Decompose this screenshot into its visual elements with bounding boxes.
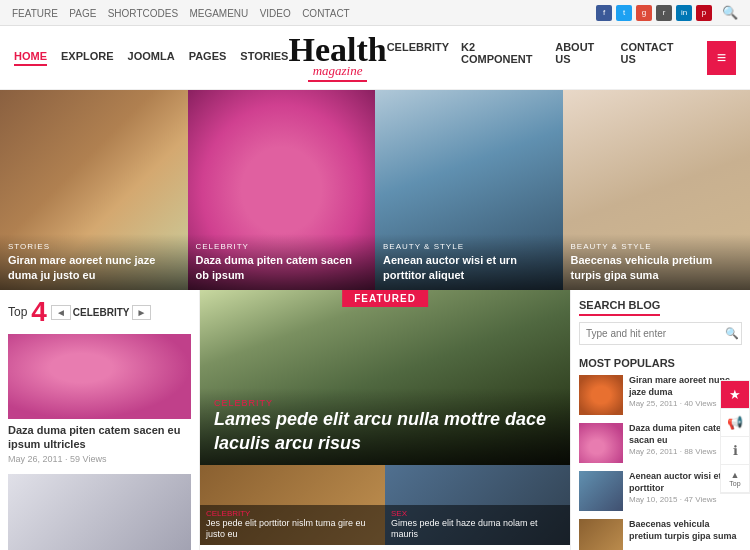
featured-badge: FEATURED (342, 290, 428, 307)
float-info-icon[interactable]: ℹ (721, 437, 749, 465)
nav-stories[interactable]: STORIES (240, 50, 288, 66)
twitter-icon[interactable]: t (616, 5, 632, 21)
popular-img-1 (579, 375, 623, 415)
topnav-megamenu[interactable]: MEGAMENU (189, 8, 248, 19)
top-label: Top (8, 305, 27, 319)
nav-celebrity[interactable]: CELEBRITY (387, 41, 449, 75)
celebrity-card-2-img (8, 474, 191, 550)
popular-info-4: Baecenas vehicula pretium turpis gipa su… (629, 519, 742, 550)
bottom-title-2: Gimes pede elit haze duma nolam et mauri… (391, 518, 564, 541)
pinterest-icon[interactable]: p (696, 5, 712, 21)
topnav-page[interactable]: PAGE (69, 8, 96, 19)
popular-meta-3: May 10, 2015 · 47 Views (629, 495, 742, 504)
topnav-shortcodes[interactable]: SHORTCODES (108, 8, 178, 19)
search-blog-title: SEARCH BLOG (579, 299, 660, 316)
celebrity-section-label: CELEBRITY (73, 307, 130, 318)
hero-grid: STORIES Giran mare aoreet nunc jaze duma… (0, 90, 750, 290)
hero-item-1[interactable]: STORIES Giran mare aoreet nunc jaze duma… (0, 90, 188, 290)
topnav-contact[interactable]: CONTACT (302, 8, 350, 19)
nav-about[interactable]: ABOUT US (555, 41, 608, 75)
nav-explore[interactable]: EXPLORE (61, 50, 114, 66)
popular-item-2[interactable]: Daza duma piten catem sacan eu May 26, 2… (579, 423, 742, 463)
hero-category-3: BEAUTY & STYLE (383, 242, 555, 251)
nav-joomla[interactable]: JOOMLA (128, 50, 175, 66)
logo: Health magazine (288, 33, 386, 82)
hero-category-2: CELEBRITY (196, 242, 368, 251)
topnav-feature[interactable]: FEATURE (12, 8, 58, 19)
hero-item-4[interactable]: BEAUTY & STYLE Baecenas vehicula pretium… (563, 90, 751, 290)
celebrity-card-2[interactable]: Gaze duma piten catem sempe tima aliquam… (8, 474, 191, 550)
most-populars-title: MOST POPULARS (579, 357, 742, 369)
left-nav: HOME EXPLORE JOOMLA PAGES STORIES (14, 50, 288, 66)
bottom-title-1: Jes pede elit porttitor nislm tuma gire … (206, 518, 379, 541)
search-box: 🔍 (579, 322, 742, 345)
featured-category: CELEBRITY (214, 398, 556, 408)
rss-icon[interactable]: r (656, 5, 672, 21)
nav-contact[interactable]: CONTACT US (621, 41, 687, 75)
float-megaphone-icon[interactable]: 📢 (721, 409, 749, 437)
float-top-button[interactable]: ▲ Top (721, 465, 749, 493)
bottom-cat-2: SEX (391, 509, 564, 518)
next-arrow[interactable]: ► (132, 305, 152, 320)
celebrity-card-1[interactable]: Daza duma piten catem sacen eu ipsum ult… (8, 334, 191, 464)
search-input[interactable] (580, 323, 719, 344)
popular-item-3[interactable]: Aenean auctor wisi et um porttitor May 1… (579, 471, 742, 511)
search-icon[interactable]: 🔍 (722, 5, 738, 21)
topnav-video[interactable]: VIDEO (260, 8, 291, 19)
nav-home[interactable]: HOME (14, 50, 47, 66)
celebrity-card-1-img (8, 334, 191, 419)
left-section: Top 4 ◄ CELEBRITY ► Daza duma piten cate… (0, 290, 200, 550)
popular-img-2 (579, 423, 623, 463)
bottom-strip: CELEBRITY Jes pede elit porttitor nislm … (200, 465, 570, 545)
hero-item-2[interactable]: CELEBRITY Daza duma piten catem sacen ob… (188, 90, 376, 290)
float-icons: ★ 📢 ℹ ▲ Top (720, 380, 750, 494)
header: HOME EXPLORE JOOMLA PAGES STORIES Health… (0, 26, 750, 90)
right-nav: CELEBRITY K2 COMPONENT ABOUT US CONTACT … (387, 41, 736, 75)
bottom-item-1[interactable]: CELEBRITY Jes pede elit porttitor nislm … (200, 465, 385, 545)
googleplus-icon[interactable]: g (636, 5, 652, 21)
popular-title-4: Baecenas vehicula pretium turpis gipa su… (629, 519, 742, 542)
center-section: FEATURED CELEBRITY Lames pede elit arcu … (200, 290, 570, 550)
nav-arrows: ◄ CELEBRITY ► (51, 305, 151, 320)
search-button[interactable]: 🔍 (719, 323, 745, 344)
linkedin-icon[interactable]: in (676, 5, 692, 21)
popular-img-4 (579, 519, 623, 550)
popular-img-3 (579, 471, 623, 511)
featured-title: Lames pede elit arcu nulla mottre dace l… (214, 408, 556, 455)
top-bar: FEATURE PAGE SHORTCODES MEGAMENU VIDEO C… (0, 0, 750, 26)
top-celebrity-header: Top 4 ◄ CELEBRITY ► (8, 298, 191, 326)
top-social: f t g r in p 🔍 (596, 5, 738, 21)
hero-title-3: Aenean auctor wisi et urn porttitor aliq… (383, 253, 555, 282)
top-number: 4 (31, 298, 47, 326)
popular-item-1[interactable]: Giran mare aoreet nunc jaze duma May 25,… (579, 375, 742, 415)
float-star-icon[interactable]: ★ (721, 381, 749, 409)
hero-item-3[interactable]: BEAUTY & STYLE Aenean auctor wisi et urn… (375, 90, 563, 290)
popular-item-4[interactable]: Baecenas vehicula pretium turpis gipa su… (579, 519, 742, 550)
nav-pages[interactable]: PAGES (189, 50, 227, 66)
hero-category-4: BEAUTY & STYLE (571, 242, 743, 251)
hero-category-1: STORIES (8, 242, 180, 251)
nav-k2[interactable]: K2 COMPONENT (461, 41, 543, 75)
bottom-item-2[interactable]: SEX Gimes pede elit haze duma nolam et m… (385, 465, 570, 545)
top-nav: FEATURE PAGE SHORTCODES MEGAMENU VIDEO C… (12, 6, 358, 20)
celebrity-card-1-title: Daza duma piten catem sacen eu ipsum ult… (8, 423, 191, 452)
bottom-cat-1: CELEBRITY (206, 509, 379, 518)
logo-underline (308, 80, 367, 82)
prev-arrow[interactable]: ◄ (51, 305, 71, 320)
facebook-icon[interactable]: f (596, 5, 612, 21)
hero-title-1: Giran mare aoreet nunc jaze duma ju just… (8, 253, 180, 282)
celebrity-card-1-meta: May 26, 2011 · 59 Views (8, 454, 191, 464)
hero-title-4: Baecenas vehicula pretium turpis gipa su… (571, 253, 743, 282)
hero-title-2: Daza duma piten catem sacen ob ipsum (196, 253, 368, 282)
hamburger-button[interactable]: ≡ (707, 41, 736, 75)
